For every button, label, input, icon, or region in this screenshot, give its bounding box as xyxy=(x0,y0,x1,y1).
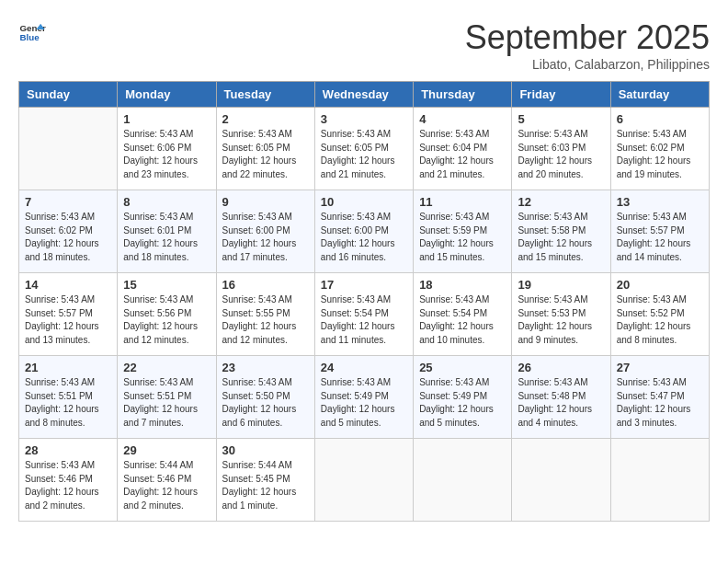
day-cell: 22Sunrise: 5:43 AM Sunset: 5:51 PM Dayli… xyxy=(118,356,216,439)
day-number: 10 xyxy=(321,195,407,209)
week-row-5: 28Sunrise: 5:43 AM Sunset: 5:46 PM Dayli… xyxy=(19,439,710,522)
day-info: Sunrise: 5:43 AM Sunset: 6:02 PM Dayligh… xyxy=(25,211,111,264)
column-header-wednesday: Wednesday xyxy=(314,82,413,108)
day-cell xyxy=(512,439,610,522)
day-cell: 23Sunrise: 5:43 AM Sunset: 5:50 PM Dayli… xyxy=(216,356,314,439)
day-info: Sunrise: 5:43 AM Sunset: 6:03 PM Dayligh… xyxy=(518,128,604,181)
calendar-body: 1Sunrise: 5:43 AM Sunset: 6:06 PM Daylig… xyxy=(19,108,710,522)
day-info: Sunrise: 5:43 AM Sunset: 6:06 PM Dayligh… xyxy=(123,128,210,181)
day-number: 14 xyxy=(25,278,111,292)
day-cell xyxy=(314,439,413,522)
day-cell: 17Sunrise: 5:43 AM Sunset: 5:54 PM Dayli… xyxy=(314,273,413,356)
day-info: Sunrise: 5:43 AM Sunset: 5:51 PM Dayligh… xyxy=(25,376,111,430)
day-info: Sunrise: 5:43 AM Sunset: 6:04 PM Dayligh… xyxy=(419,128,506,181)
day-cell: 2Sunrise: 5:43 AM Sunset: 6:05 PM Daylig… xyxy=(216,108,314,190)
day-number: 30 xyxy=(222,443,309,457)
day-cell: 3Sunrise: 5:43 AM Sunset: 6:05 PM Daylig… xyxy=(314,108,413,190)
day-info: Sunrise: 5:43 AM Sunset: 5:57 PM Dayligh… xyxy=(25,293,111,347)
day-cell xyxy=(610,439,709,522)
day-info: Sunrise: 5:43 AM Sunset: 5:50 PM Dayligh… xyxy=(222,376,309,430)
day-number: 22 xyxy=(123,361,210,374)
day-info: Sunrise: 5:43 AM Sunset: 5:54 PM Dayligh… xyxy=(321,293,407,347)
day-info: Sunrise: 5:43 AM Sunset: 6:05 PM Dayligh… xyxy=(222,128,309,181)
calendar-title: September 2025 xyxy=(465,18,710,57)
day-number: 8 xyxy=(123,195,210,209)
day-number: 11 xyxy=(419,195,506,209)
column-header-saturday: Saturday xyxy=(610,82,709,108)
column-header-friday: Friday xyxy=(512,82,610,108)
day-number: 17 xyxy=(321,278,407,292)
day-number: 29 xyxy=(123,443,210,457)
day-number: 25 xyxy=(419,361,506,374)
day-cell: 24Sunrise: 5:43 AM Sunset: 5:49 PM Dayli… xyxy=(314,356,413,439)
day-info: Sunrise: 5:43 AM Sunset: 5:49 PM Dayligh… xyxy=(321,376,407,430)
logo-icon: General Blue xyxy=(18,18,46,46)
week-row-3: 14Sunrise: 5:43 AM Sunset: 5:57 PM Dayli… xyxy=(19,273,710,356)
day-info: Sunrise: 5:43 AM Sunset: 5:58 PM Dayligh… xyxy=(518,211,604,264)
day-info: Sunrise: 5:43 AM Sunset: 5:55 PM Dayligh… xyxy=(222,293,309,347)
calendar-table: SundayMondayTuesdayWednesdayThursdayFrid… xyxy=(18,81,710,522)
day-cell: 11Sunrise: 5:43 AM Sunset: 5:59 PM Dayli… xyxy=(414,190,512,273)
day-cell xyxy=(414,439,512,522)
day-info: Sunrise: 5:43 AM Sunset: 5:51 PM Dayligh… xyxy=(123,376,210,430)
day-number: 21 xyxy=(25,361,111,374)
column-header-monday: Monday xyxy=(118,82,216,108)
day-number: 15 xyxy=(123,278,210,292)
day-info: Sunrise: 5:43 AM Sunset: 5:52 PM Dayligh… xyxy=(617,293,703,347)
day-number: 12 xyxy=(518,195,604,209)
day-info: Sunrise: 5:43 AM Sunset: 5:56 PM Dayligh… xyxy=(123,293,210,347)
calendar-subtitle: Libato, Calabarzon, Philippines xyxy=(465,57,710,72)
day-info: Sunrise: 5:43 AM Sunset: 6:05 PM Dayligh… xyxy=(321,128,407,181)
day-cell: 1Sunrise: 5:43 AM Sunset: 6:06 PM Daylig… xyxy=(118,108,216,190)
day-number: 6 xyxy=(617,112,703,126)
day-number: 2 xyxy=(222,112,309,126)
day-cell: 15Sunrise: 5:43 AM Sunset: 5:56 PM Dayli… xyxy=(118,273,216,356)
day-number: 26 xyxy=(518,361,604,374)
day-number: 18 xyxy=(419,278,506,292)
day-info: Sunrise: 5:43 AM Sunset: 5:47 PM Dayligh… xyxy=(617,376,703,430)
day-cell: 20Sunrise: 5:43 AM Sunset: 5:52 PM Dayli… xyxy=(610,273,709,356)
day-number: 3 xyxy=(321,112,407,126)
day-number: 20 xyxy=(617,278,703,292)
day-number: 27 xyxy=(617,361,703,374)
day-cell: 6Sunrise: 5:43 AM Sunset: 6:02 PM Daylig… xyxy=(610,108,709,190)
day-info: Sunrise: 5:43 AM Sunset: 5:54 PM Dayligh… xyxy=(419,293,506,347)
day-number: 24 xyxy=(321,361,407,374)
week-row-2: 7Sunrise: 5:43 AM Sunset: 6:02 PM Daylig… xyxy=(19,190,710,273)
column-header-tuesday: Tuesday xyxy=(216,82,314,108)
day-cell: 9Sunrise: 5:43 AM Sunset: 6:00 PM Daylig… xyxy=(216,190,314,273)
day-cell: 21Sunrise: 5:43 AM Sunset: 5:51 PM Dayli… xyxy=(19,356,118,439)
day-cell: 12Sunrise: 5:43 AM Sunset: 5:58 PM Dayli… xyxy=(512,190,610,273)
day-cell: 27Sunrise: 5:43 AM Sunset: 5:47 PM Dayli… xyxy=(610,356,709,439)
column-header-sunday: Sunday xyxy=(19,82,118,108)
day-cell: 4Sunrise: 5:43 AM Sunset: 6:04 PM Daylig… xyxy=(414,108,512,190)
logo: General Blue xyxy=(18,18,46,46)
day-number: 19 xyxy=(518,278,604,292)
title-section: September 2025 Libato, Calabarzon, Phili… xyxy=(465,18,710,72)
day-cell: 7Sunrise: 5:43 AM Sunset: 6:02 PM Daylig… xyxy=(19,190,118,273)
day-info: Sunrise: 5:43 AM Sunset: 5:46 PM Dayligh… xyxy=(25,459,111,512)
day-info: Sunrise: 5:44 AM Sunset: 5:46 PM Dayligh… xyxy=(123,459,210,512)
day-cell: 29Sunrise: 5:44 AM Sunset: 5:46 PM Dayli… xyxy=(118,439,216,522)
day-number: 13 xyxy=(617,195,703,209)
day-cell: 5Sunrise: 5:43 AM Sunset: 6:03 PM Daylig… xyxy=(512,108,610,190)
day-info: Sunrise: 5:43 AM Sunset: 5:53 PM Dayligh… xyxy=(518,293,604,347)
day-info: Sunrise: 5:44 AM Sunset: 5:45 PM Dayligh… xyxy=(222,459,309,512)
day-number: 23 xyxy=(222,361,309,374)
week-row-1: 1Sunrise: 5:43 AM Sunset: 6:06 PM Daylig… xyxy=(19,108,710,190)
day-info: Sunrise: 5:43 AM Sunset: 5:49 PM Dayligh… xyxy=(419,376,506,430)
day-cell: 14Sunrise: 5:43 AM Sunset: 5:57 PM Dayli… xyxy=(19,273,118,356)
column-header-thursday: Thursday xyxy=(414,82,512,108)
day-cell: 28Sunrise: 5:43 AM Sunset: 5:46 PM Dayli… xyxy=(19,439,118,522)
day-cell: 10Sunrise: 5:43 AM Sunset: 6:00 PM Dayli… xyxy=(314,190,413,273)
day-number: 1 xyxy=(123,112,210,126)
day-cell: 19Sunrise: 5:43 AM Sunset: 5:53 PM Dayli… xyxy=(512,273,610,356)
svg-text:Blue: Blue xyxy=(20,32,40,42)
day-info: Sunrise: 5:43 AM Sunset: 6:01 PM Dayligh… xyxy=(123,211,210,264)
day-number: 7 xyxy=(25,195,111,209)
day-info: Sunrise: 5:43 AM Sunset: 5:59 PM Dayligh… xyxy=(419,211,506,264)
day-cell: 8Sunrise: 5:43 AM Sunset: 6:01 PM Daylig… xyxy=(118,190,216,273)
week-row-4: 21Sunrise: 5:43 AM Sunset: 5:51 PM Dayli… xyxy=(19,356,710,439)
day-info: Sunrise: 5:43 AM Sunset: 5:48 PM Dayligh… xyxy=(518,376,604,430)
day-cell: 26Sunrise: 5:43 AM Sunset: 5:48 PM Dayli… xyxy=(512,356,610,439)
